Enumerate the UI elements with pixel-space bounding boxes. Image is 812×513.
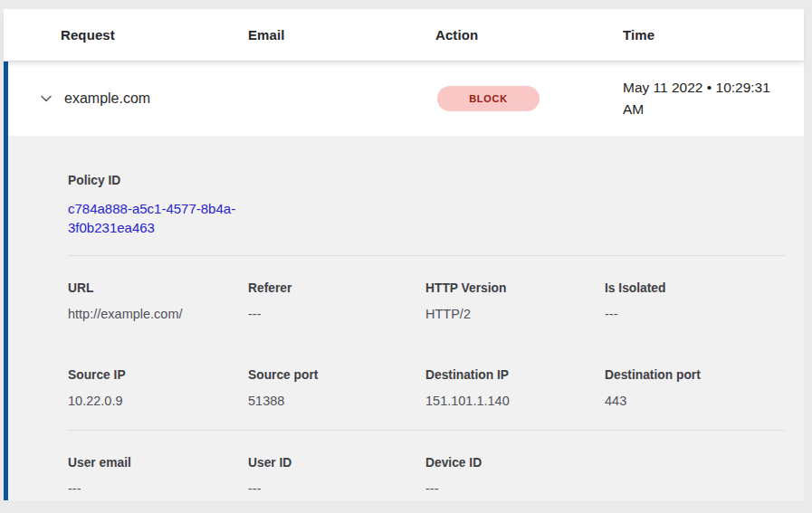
log-row-example-com[interactable]: example.com BLOCK May 11 2022 • 10:29:31… bbox=[4, 62, 804, 136]
field-destination-port: Destination port 443 bbox=[605, 366, 785, 410]
log-table-header: Request Email Action Time bbox=[4, 9, 804, 62]
policy-id-link[interactable]: c784a888-a5c1-4577-8b4a-3f0b231ea463 bbox=[68, 199, 253, 237]
column-header-time: Time bbox=[623, 27, 804, 43]
field-label: HTTP Version bbox=[425, 280, 605, 298]
column-header-action: Action bbox=[435, 27, 623, 43]
detail-fields-row-1: URL http://example.com/ Referer --- HTTP… bbox=[68, 280, 785, 323]
field-label: User email bbox=[68, 454, 248, 472]
field-label: User ID bbox=[248, 454, 425, 472]
policy-id-label: Policy ID bbox=[68, 172, 785, 190]
field-device-id: Device ID --- bbox=[425, 454, 605, 498]
field-referer: Referer --- bbox=[248, 280, 425, 323]
field-empty bbox=[605, 454, 785, 498]
chevron-down-icon[interactable] bbox=[38, 91, 53, 107]
field-label: Referer bbox=[248, 280, 425, 298]
column-header-email: Email bbox=[248, 27, 435, 43]
field-value: 443 bbox=[605, 392, 785, 410]
field-value: HTTP/2 bbox=[425, 305, 605, 323]
field-is-isolated: Is Isolated --- bbox=[605, 280, 785, 323]
section-divider bbox=[68, 255, 785, 256]
field-value: 10.22.0.9 bbox=[68, 392, 248, 410]
field-value: --- bbox=[68, 480, 248, 498]
field-value: 151.101.1.140 bbox=[425, 392, 605, 410]
column-header-request: Request bbox=[4, 27, 248, 43]
field-source-port: Source port 51388 bbox=[248, 366, 425, 410]
field-value: --- bbox=[248, 305, 425, 323]
field-url: URL http://example.com/ bbox=[68, 280, 248, 323]
field-source-ip: Source IP 10.22.0.9 bbox=[68, 366, 248, 410]
field-label: Destination IP bbox=[425, 366, 605, 385]
field-value: http://example.com/ bbox=[68, 305, 248, 323]
request-domain: example.com bbox=[64, 90, 150, 107]
field-label: Destination port bbox=[605, 366, 785, 385]
field-label: Source IP bbox=[68, 366, 248, 385]
request-log-page: Request Email Action Time example.com BL… bbox=[0, 0, 812, 513]
block-action-badge: BLOCK bbox=[437, 86, 540, 111]
field-value: 51388 bbox=[248, 392, 425, 410]
field-destination-ip: Destination IP 151.101.1.140 bbox=[425, 366, 605, 410]
field-user-id: User ID --- bbox=[248, 454, 425, 498]
field-label: Source port bbox=[248, 366, 425, 385]
field-http-version: HTTP Version HTTP/2 bbox=[425, 280, 605, 323]
field-user-email: User email --- bbox=[68, 454, 248, 498]
policy-id-section: Policy ID c784a888-a5c1-4577-8b4a-3f0b23… bbox=[68, 172, 785, 237]
section-divider bbox=[68, 430, 785, 431]
field-value: --- bbox=[248, 480, 425, 498]
field-label: Device ID bbox=[425, 454, 605, 472]
request-cell: example.com bbox=[8, 90, 248, 107]
field-label: URL bbox=[68, 280, 248, 298]
detail-fields-row-3: User email --- User ID --- Device ID --- bbox=[68, 454, 785, 498]
field-value: --- bbox=[425, 480, 605, 498]
detail-fields-row-2: Source IP 10.22.0.9 Source port 51388 De… bbox=[68, 366, 785, 410]
field-value: --- bbox=[605, 305, 785, 323]
row-spacer bbox=[68, 323, 785, 366]
field-label: Is Isolated bbox=[605, 280, 785, 298]
action-cell: BLOCK bbox=[435, 86, 623, 111]
time-cell: May 11 2022 • 10:29:31 AM bbox=[623, 77, 800, 120]
log-detail-panel: Policy ID c784a888-a5c1-4577-8b4a-3f0b23… bbox=[4, 136, 804, 500]
